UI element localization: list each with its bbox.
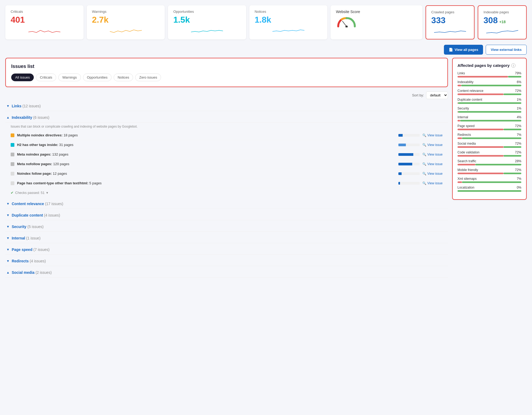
- category-duplicate-content-header[interactable]: ▼ Duplicate content (4 issues): [5, 210, 448, 220]
- view-issue-button[interactable]: 🔍 View issue: [422, 153, 443, 156]
- filter-tab-all[interactable]: All issues: [11, 74, 34, 81]
- sort-select[interactable]: default: [426, 91, 448, 99]
- checks-passed-label: Checks passed: 51: [15, 191, 45, 195]
- category-links-header[interactable]: ▼ Links (12 issues): [5, 101, 448, 111]
- filter-tab-warnings[interactable]: Warnings: [58, 74, 81, 81]
- indexable-pages-plus: +18: [499, 20, 506, 24]
- category-security: ▼ Security (5 issues): [5, 222, 448, 232]
- category-bar-name: Internal: [457, 115, 468, 119]
- category-bar-name: Social media: [457, 142, 476, 145]
- affected-category-row: Links 79%: [457, 71, 521, 78]
- issue-text: Meta nofollow pages: 120 pages: [17, 162, 396, 166]
- sort-row: Sort by: default: [5, 91, 448, 99]
- category-content-relevance-header[interactable]: ▼ Content relevance (17 issues): [5, 199, 448, 209]
- affected-pages-panel: Affected pages by category i Links 79% I…: [452, 58, 527, 279]
- opportunities-sparkline: [173, 27, 241, 34]
- category-internal-header[interactable]: ▼ Internal (1 issue): [5, 233, 448, 243]
- filter-tab-zero[interactable]: Zero issues: [135, 74, 161, 81]
- category-bar-red: [457, 181, 462, 183]
- warnings-value: 2.7k: [92, 15, 160, 25]
- filter-tab-opportunities[interactable]: Opportunities: [83, 74, 112, 81]
- checks-passed[interactable]: ✔ Checks passed: 51 ▾: [5, 188, 448, 197]
- category-bar-label: Redirects 7%: [457, 133, 521, 137]
- category-bar-name: Search traffic: [457, 159, 476, 163]
- affected-pages-card: Affected pages by category i Links 79% I…: [452, 58, 527, 200]
- filter-tab-notices[interactable]: Notices: [114, 74, 133, 81]
- sort-by-label: Sort by:: [412, 93, 424, 97]
- category-bar-percent: 72%: [515, 168, 521, 172]
- category-bar-green: [508, 76, 521, 78]
- opportunities-label: Opportunities: [173, 10, 241, 14]
- category-redirects-label: Redirects (4 issues): [12, 259, 46, 263]
- category-bar-percent: 72%: [515, 150, 521, 154]
- dropdown-arrow-icon: ▾: [46, 191, 48, 195]
- svg-text:40: 40: [345, 25, 348, 28]
- category-bar-label: Page speed 72%: [457, 124, 521, 128]
- category-internal-label: Internal (1 issue): [12, 236, 40, 240]
- document-icon: 📄: [449, 48, 453, 52]
- category-page-speed-label: Page speed (7 issues): [12, 247, 50, 252]
- category-internal: ▼ Internal (1 issue): [5, 233, 448, 243]
- affected-bars: Links 79% Indexability 6% Content releva…: [457, 71, 521, 192]
- category-bar-percent: 4%: [517, 115, 521, 119]
- category-redirects-header[interactable]: ▼ Redirects (4 issues): [5, 256, 448, 266]
- filter-tab-criticals[interactable]: Criticals: [36, 74, 56, 81]
- category-duplicate-content: ▼ Duplicate content (4 issues): [5, 210, 448, 220]
- category-redirects-count: (4 issues): [30, 259, 46, 263]
- search-icon: 🔍: [422, 181, 426, 185]
- search-icon: 🔍: [422, 133, 426, 137]
- issues-list-title: Issues list: [11, 64, 34, 69]
- category-bar-green: [504, 146, 521, 148]
- notices-sparkline: [255, 27, 322, 34]
- affected-category-row: Page speed 72%: [457, 124, 521, 130]
- affected-category-row: Redirects 7%: [457, 133, 521, 139]
- chevron-down-icon: ▼: [6, 259, 10, 263]
- category-bar-name: Localization: [457, 186, 474, 189]
- category-page-speed-header[interactable]: ▼ Page speed (7 issues): [5, 245, 448, 255]
- crawled-pages-label: Crawled pages: [431, 10, 469, 14]
- issue-icon-info: [11, 143, 14, 147]
- view-issue-button[interactable]: 🔍 View issue: [422, 133, 443, 137]
- affected-category-row: Internal 4%: [457, 115, 521, 121]
- view-external-links-button[interactable]: View external links: [486, 45, 527, 55]
- issues-list-card: Issues list All issues Criticals Warning…: [5, 58, 448, 87]
- warnings-label: Warnings: [92, 10, 160, 14]
- criticals-sparkline: [11, 27, 78, 34]
- category-bar-percent: 1%: [517, 98, 521, 101]
- criticals-value: 401: [11, 15, 78, 25]
- view-issue-button[interactable]: 🔍 View issue: [422, 143, 443, 147]
- issue-icon-low: [11, 181, 14, 185]
- website-score-card: Website Score 40: [331, 5, 422, 39]
- category-bar-track: [457, 146, 521, 148]
- category-security-header[interactable]: ▼ Security (5 issues): [5, 222, 448, 232]
- issue-row: Noindex follow page: 12 pages 🔍 View iss…: [5, 169, 448, 178]
- category-bar-label: Indexability 6%: [457, 80, 521, 84]
- category-bar-percent: 1%: [517, 107, 521, 110]
- issue-icon-warning: [11, 133, 14, 137]
- view-issue-button[interactable]: 🔍 View issue: [422, 181, 443, 185]
- category-bar-red: [457, 129, 504, 130]
- category-indexability-header[interactable]: ▲ Indexability (6 issues): [5, 113, 448, 123]
- issue-bar: [398, 182, 420, 185]
- chevron-down-icon: ▼: [6, 202, 10, 206]
- view-issue-button[interactable]: 🔍 View issue: [422, 162, 443, 166]
- category-bar-name: Mobile friendly: [457, 168, 478, 172]
- category-social-media-header[interactable]: ▲ Social media (2 issues): [5, 268, 448, 278]
- issue-text: Multiple noindex directives: 18 pages: [17, 133, 396, 137]
- indexable-pages-label: Indexable pages: [484, 10, 521, 14]
- view-all-pages-button[interactable]: 📄 View all pages: [444, 45, 483, 55]
- issue-row: Meta nofollow pages: 120 pages 🔍 View is…: [5, 159, 448, 169]
- category-bar-name: Content relevance: [457, 89, 483, 93]
- issue-row: Meta noindex pages: 132 pages 🔍 View iss…: [5, 150, 448, 159]
- category-bar-label: Code validation 72%: [457, 150, 521, 154]
- affected-category-row: Social media 72%: [457, 142, 521, 148]
- issue-categories: ▼ Links (12 issues) ▲ Indexability (6 is…: [5, 101, 448, 278]
- category-bar-green: [504, 93, 521, 95]
- warnings-card: Warnings 2.7k: [87, 5, 165, 39]
- category-bar-name: Xml sitemaps: [457, 177, 477, 181]
- category-bar-track: [457, 102, 521, 104]
- affected-category-row: Mobile friendly 72%: [457, 168, 521, 174]
- category-links-label: Links (12 issues): [12, 104, 41, 108]
- criticals-card: Criticals 401: [5, 5, 84, 39]
- view-issue-button[interactable]: 🔍 View issue: [422, 172, 443, 176]
